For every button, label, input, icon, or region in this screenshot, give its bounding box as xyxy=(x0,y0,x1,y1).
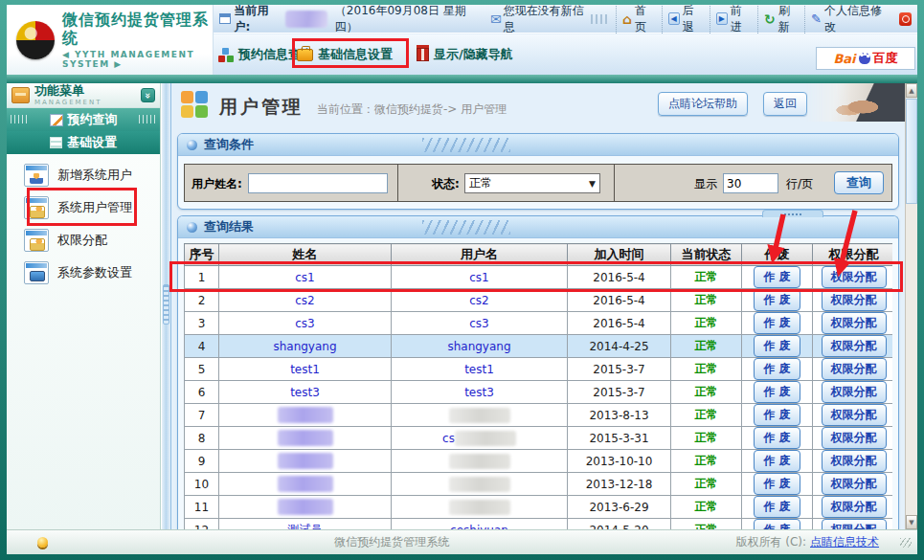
permission-icon xyxy=(24,229,49,252)
assign-permission-button[interactable]: 权限分配 xyxy=(822,335,887,357)
sidebar: 功能菜单 MANAGEMENT » 预约查询 基础设置 新增系统用户 xyxy=(7,83,161,529)
void-button[interactable]: 作 废 xyxy=(754,266,800,288)
assign-permission-button[interactable]: 权限分配 xyxy=(822,473,887,495)
rows-per-page-input[interactable] xyxy=(723,173,778,193)
nav-home-label: 首页 xyxy=(635,5,655,35)
cell-no: 2 xyxy=(185,289,219,312)
nav-forward[interactable]: ▶ 前进 xyxy=(710,5,757,35)
results-panel-title: 查询结果 xyxy=(204,218,254,235)
scrollbar-thumb[interactable] xyxy=(906,99,917,204)
cell-join-date: 2016-5-4 xyxy=(568,312,671,335)
redacted-username xyxy=(449,408,510,423)
cell-name[interactable]: cs1 xyxy=(219,266,392,289)
table-row: 1 cs1 cs1 2016-5-4 正常 作 废 权限分配 xyxy=(185,266,893,289)
void-button[interactable]: 作 废 xyxy=(754,450,800,472)
cell-name[interactable]: 测试员 xyxy=(219,519,392,530)
sidebar-item-system-params[interactable]: 系统参数设置 xyxy=(24,258,154,288)
cell-no: 12 xyxy=(185,519,219,530)
cell-name[interactable]: shangyang xyxy=(219,335,392,358)
company-link[interactable]: 点睛信息技术 xyxy=(810,534,879,550)
sidebar-group-base-settings[interactable]: 基础设置 xyxy=(7,131,160,154)
assign-permission-button[interactable]: 权限分配 xyxy=(822,496,887,518)
search-button[interactable]: 查询 xyxy=(834,171,884,194)
cell-name[interactable]: test3 xyxy=(219,381,392,404)
cell-status: 正常 xyxy=(671,335,742,358)
cell-name[interactable]: cs2 xyxy=(219,289,392,312)
cell-join-date: 2013-6-29 xyxy=(568,496,671,519)
nav-refresh[interactable]: ↻ 刷新 xyxy=(757,5,804,35)
void-button[interactable]: 作 废 xyxy=(754,335,800,357)
assign-permission-button[interactable]: 权限分配 xyxy=(822,450,887,472)
sidebar-item-user-management[interactable]: 系统用户管理 xyxy=(24,192,154,223)
assign-permission-button[interactable]: 权限分配 xyxy=(822,519,887,529)
logout-icon[interactable] xyxy=(899,12,912,26)
menu-toggle-nav[interactable]: 显示/隐藏导航 xyxy=(417,44,513,65)
top-nav: ⌂ 首页 ◀ 后退 ▶ 前进 ↻ 刷新 ✎ 个人信息修改 xyxy=(591,5,912,35)
user-name-input[interactable] xyxy=(248,173,388,193)
rows-per-page-label: 显示 xyxy=(694,176,717,192)
cell-status: 正常 xyxy=(671,473,742,496)
collapse-menu-button[interactable]: » xyxy=(141,88,155,102)
system-title: 微信预约提货管理系统 xyxy=(62,11,213,47)
sidebar-item-permission-label: 权限分配 xyxy=(57,232,107,249)
void-button[interactable]: 作 废 xyxy=(754,473,800,495)
assign-permission-button[interactable]: 权限分配 xyxy=(822,381,887,403)
void-button[interactable]: 作 废 xyxy=(754,404,800,426)
assign-permission-button[interactable]: 权限分配 xyxy=(822,312,887,334)
table-row: 6 test3 test3 2015-3-7 正常 作 废 权限分配 xyxy=(185,381,893,404)
redacted-username xyxy=(455,431,516,446)
forum-help-button[interactable]: 点睛论坛帮助 xyxy=(658,92,748,116)
void-button[interactable]: 作 废 xyxy=(754,358,800,380)
app-logo-icon xyxy=(16,21,55,59)
sidebar-item-add-user[interactable]: 新增系统用户 xyxy=(24,160,154,190)
cell-no: 9 xyxy=(185,450,219,473)
panel-bullet-icon xyxy=(187,140,197,150)
assign-permission-button[interactable]: 权限分配 xyxy=(822,266,887,288)
table-row: 2 cs2 cs2 2016-5-4 正常 作 废 权限分配 xyxy=(185,289,893,312)
void-button[interactable]: 作 废 xyxy=(754,496,800,518)
status-select[interactable]: 正常 ▼ xyxy=(464,173,600,193)
table-row-highlighted: 4 shangyang shangyang 2014-4-25 正常 作 废 权… xyxy=(185,335,893,358)
void-button[interactable]: 作 废 xyxy=(754,427,800,449)
void-button[interactable]: 作 废 xyxy=(754,519,800,529)
refresh-icon: ↻ xyxy=(764,11,776,27)
back-icon: ◀ xyxy=(668,12,680,25)
nav-back[interactable]: ◀ 后退 xyxy=(662,5,710,35)
select-arrow-icon: ▼ xyxy=(589,179,596,189)
scroll-up-icon[interactable]: ▲ xyxy=(906,83,917,98)
cell-join-date: 2013-10-10 xyxy=(568,450,671,473)
cell-name[interactable]: test1 xyxy=(219,358,392,381)
vertical-scrollbar[interactable]: ▲ ▼ xyxy=(905,83,917,529)
table-row: 12 测试员 ceshiyuan 2014-5-20 正常 作 废 权限分配 xyxy=(185,519,893,530)
void-button[interactable]: 作 废 xyxy=(754,312,800,334)
void-button[interactable]: 作 废 xyxy=(754,381,800,403)
cell-join-date: 2013-12-18 xyxy=(568,473,671,496)
return-button[interactable]: 返回 xyxy=(763,92,807,116)
void-button[interactable]: 作 废 xyxy=(754,289,800,311)
assign-permission-button[interactable]: 权限分配 xyxy=(822,427,887,449)
sidebar-item-permission[interactable]: 权限分配 xyxy=(24,225,154,256)
sidebar-item-user-management-label: 系统用户管理 xyxy=(57,199,132,216)
assign-permission-button[interactable]: 权限分配 xyxy=(822,358,887,380)
cell-status: 正常 xyxy=(671,519,742,530)
cell-username: cs1 xyxy=(392,266,568,289)
baidu-search-box[interactable]: Bai 百度 xyxy=(816,47,915,70)
assign-permission-button[interactable]: 权限分配 xyxy=(822,404,887,426)
cell-status: 正常 xyxy=(671,289,742,312)
sidebar-group-booking[interactable]: 预约查询 xyxy=(7,108,160,131)
nav-home[interactable]: ⌂ 首页 xyxy=(616,5,661,35)
cell-no: 1 xyxy=(185,266,219,289)
form-divider xyxy=(614,165,615,201)
cell-name[interactable]: cs3 xyxy=(219,312,392,335)
cell-status: 正常 xyxy=(671,266,742,289)
sidebar-item-add-user-label: 新增系统用户 xyxy=(57,167,132,184)
splitter-grip[interactable] xyxy=(163,284,169,325)
table-row: 3 cs3 cs3 2016-5-4 正常 作 废 权限分配 xyxy=(185,312,893,335)
assign-permission-button[interactable]: 权限分配 xyxy=(822,289,887,311)
app-window: 当前用户: （2016年09月08日 星期四） ✉ 您现在没有新信息 ⌂ 首页 … xyxy=(0,0,924,560)
scroll-down-icon[interactable]: ▼ xyxy=(906,515,917,529)
nav-profile-edit[interactable]: ✎ 个人信息修改 xyxy=(804,5,893,35)
rows-unit-label: 行/页 xyxy=(786,176,813,192)
menu-base-settings[interactable]: 基础信息设置 xyxy=(297,44,393,65)
breadcrumb: 当前位置：微信预约提货-> 用户管理 xyxy=(317,101,507,118)
